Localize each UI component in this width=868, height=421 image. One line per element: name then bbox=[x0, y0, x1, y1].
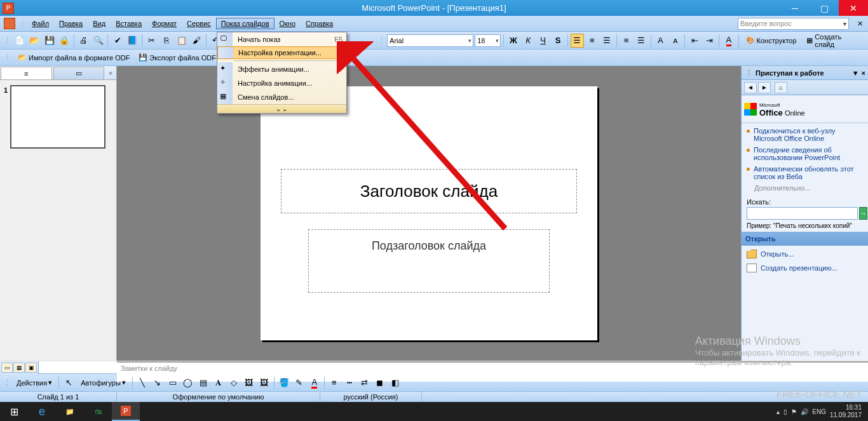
copy-button[interactable]: ⎘ bbox=[160, 34, 173, 48]
menu-expand-button[interactable]: ⌄⌄ bbox=[217, 104, 346, 113]
open-button[interactable]: 📂 bbox=[27, 34, 41, 48]
menu-help[interactable]: Справка bbox=[301, 18, 338, 29]
menu-start-show[interactable]: 🖵 Начать показ F5 bbox=[217, 32, 346, 46]
decrease-font-button[interactable]: ᴀ bbox=[668, 34, 682, 48]
font-size-combo[interactable]: 18▾ bbox=[475, 34, 501, 47]
start-button[interactable]: ⊞ bbox=[0, 402, 28, 421]
open-file-link[interactable]: Открыть... bbox=[747, 250, 863, 258]
align-left-button[interactable]: ☰ bbox=[571, 34, 584, 48]
link-latest-info[interactable]: Последние сведения об использовании Powe… bbox=[754, 146, 863, 161]
toolbar-grip[interactable]: ⋮ bbox=[4, 378, 10, 387]
tray-language[interactable]: ENG bbox=[812, 408, 826, 415]
task-pane-dropdown-button[interactable]: ▼ bbox=[852, 69, 859, 77]
slide-canvas[interactable]: Заголовок слайда Подзаголовок слайда bbox=[261, 86, 597, 340]
close-pane-button[interactable]: × bbox=[105, 66, 116, 79]
taskbar-powerpoint-button[interactable]: P bbox=[112, 402, 140, 421]
line-button[interactable]: ╲ bbox=[135, 376, 149, 390]
taskbar-explorer-button[interactable]: 📁 bbox=[56, 402, 84, 421]
arrow-style-button[interactable]: ⇄ bbox=[358, 376, 372, 390]
menu-window[interactable]: Окно bbox=[275, 18, 301, 29]
nav-back-button[interactable]: ◄ bbox=[744, 82, 757, 93]
bulleted-list-button[interactable]: ☰ bbox=[634, 34, 648, 48]
numbered-list-button[interactable]: ≡ bbox=[620, 34, 633, 48]
align-center-button[interactable]: ≡ bbox=[585, 34, 599, 48]
clipart-button[interactable]: 🖼 bbox=[242, 376, 256, 390]
slides-tab[interactable]: ▭ bbox=[53, 67, 105, 79]
ask-question-combo[interactable]: Введите вопрос▾ bbox=[738, 18, 849, 30]
title-placeholder[interactable]: Заголовок слайда bbox=[281, 169, 577, 213]
new-doc-button[interactable]: 📄 bbox=[13, 34, 26, 48]
new-slide-button[interactable]: ▦ Создать слайд bbox=[802, 34, 865, 48]
tray-network-icon[interactable]: ⚑ bbox=[791, 408, 797, 415]
menu-slideshow[interactable]: Показ слайдов bbox=[216, 18, 275, 29]
menu-edit[interactable]: Правка bbox=[54, 18, 88, 29]
doc-close-button[interactable]: ✕ bbox=[853, 17, 867, 30]
menu-animation-setup[interactable]: ✧ Настройка анимации... bbox=[217, 76, 346, 90]
dash-style-button[interactable]: ┅ bbox=[342, 376, 356, 390]
menu-format[interactable]: Формат bbox=[147, 18, 182, 29]
subtitle-placeholder[interactable]: Подзаголовок слайда bbox=[308, 229, 550, 293]
tray-clock[interactable]: 16:31 11.09.2017 bbox=[830, 404, 864, 419]
link-auto-update[interactable]: Автоматически обновлять этот список из В… bbox=[754, 165, 863, 180]
export-odf-button[interactable]: 💾 Экспорт файла ODF bbox=[136, 51, 219, 65]
taskbar-ie-button[interactable]: e bbox=[28, 402, 56, 421]
menu-slide-transition[interactable]: ▦ Смена слайдов... bbox=[217, 90, 346, 104]
link-more[interactable]: Дополнительно... bbox=[754, 184, 810, 192]
permission-button[interactable]: 🔒 bbox=[57, 34, 71, 48]
textbox-button[interactable]: ▤ bbox=[196, 376, 210, 390]
line-color-button[interactable]: ✎ bbox=[292, 376, 306, 390]
spellcheck-button[interactable]: ✔ bbox=[111, 34, 124, 48]
tray-action-center-icon[interactable]: ▯ bbox=[783, 408, 787, 415]
slide-thumbnail-row[interactable]: 1 bbox=[4, 85, 112, 149]
3d-style-button[interactable]: ◧ bbox=[388, 376, 402, 390]
wordart-button[interactable]: 𝐀 bbox=[212, 376, 226, 390]
save-button[interactable]: 💾 bbox=[43, 34, 56, 48]
oval-button[interactable]: ◯ bbox=[181, 376, 195, 390]
create-presentation-link[interactable]: Создать презентацию... bbox=[747, 264, 863, 272]
toolbar-grip[interactable]: ⋮ bbox=[19, 20, 25, 28]
system-tray[interactable]: ▴ ▯ ⚑ 🔊 ENG 16:31 11.09.2017 bbox=[773, 404, 868, 419]
rectangle-button[interactable]: ▭ bbox=[166, 376, 180, 390]
import-odf-button[interactable]: 📂 Импорт файла в формате ODF bbox=[15, 51, 132, 65]
paste-button[interactable]: 📋 bbox=[175, 34, 188, 48]
toolbar-grip[interactable]: ⋮ bbox=[4, 36, 10, 44]
menu-setup-show[interactable]: Настройка презентации... bbox=[217, 46, 346, 59]
slide-thumbnail[interactable] bbox=[10, 85, 105, 149]
shadow-style-button[interactable]: ◼ bbox=[373, 376, 387, 390]
italic-button[interactable]: К bbox=[522, 34, 535, 48]
fill-color-button[interactable]: 🪣 bbox=[277, 376, 291, 390]
align-right-button[interactable]: ☰ bbox=[600, 34, 614, 48]
diagram-button[interactable]: ◇ bbox=[227, 376, 241, 390]
menu-view[interactable]: Вид bbox=[88, 18, 111, 29]
link-connect-office-online[interactable]: Подключиться к веб-узлу Microsoft Office… bbox=[754, 127, 863, 142]
slide-sorter-view-button[interactable]: ▦ bbox=[13, 363, 25, 373]
research-button[interactable]: 📘 bbox=[126, 34, 139, 48]
actions-menu-button[interactable]: Действия ▾ bbox=[13, 376, 56, 390]
nav-forward-button[interactable]: ► bbox=[758, 82, 771, 93]
underline-button[interactable]: Ч bbox=[536, 34, 550, 48]
decrease-indent-button[interactable]: ⇤ bbox=[688, 34, 701, 48]
tray-volume-icon[interactable]: 🔊 bbox=[801, 408, 808, 415]
autoshapes-menu-button[interactable]: Автофигуры ▾ bbox=[77, 376, 130, 390]
taskbar-store-button[interactable]: 🛍 bbox=[84, 402, 112, 421]
slideshow-view-button[interactable]: ▣ bbox=[25, 363, 37, 373]
print-preview-button[interactable]: 🔍 bbox=[92, 34, 105, 48]
select-objects-button[interactable]: ↖ bbox=[62, 376, 76, 390]
minimize-button[interactable]: ─ bbox=[780, 0, 810, 16]
format-painter-button[interactable]: 🖌 bbox=[189, 34, 203, 48]
menu-insert[interactable]: Вставка bbox=[111, 18, 147, 29]
close-button[interactable]: ✕ bbox=[839, 0, 868, 16]
print-button[interactable]: 🖨 bbox=[77, 34, 90, 48]
font-color-button[interactable]: A bbox=[722, 34, 735, 48]
search-go-button[interactable]: → bbox=[859, 207, 867, 220]
toolbar-grip[interactable]: ⋮ bbox=[4, 53, 10, 62]
font-color-button-drawing[interactable]: A bbox=[308, 376, 322, 390]
menu-animation-effects[interactable]: ✦ Эффекты анимации... bbox=[217, 62, 346, 76]
increase-indent-button[interactable]: ⇥ bbox=[703, 34, 716, 48]
picture-button[interactable]: 🖼 bbox=[257, 376, 271, 390]
status-language[interactable]: русский (Россия) bbox=[320, 392, 422, 402]
line-style-button[interactable]: ≡ bbox=[327, 376, 341, 390]
shadow-button[interactable]: S bbox=[551, 34, 564, 48]
designer-button[interactable]: 🎨 Конструктор bbox=[742, 34, 801, 48]
search-input[interactable] bbox=[747, 207, 858, 220]
